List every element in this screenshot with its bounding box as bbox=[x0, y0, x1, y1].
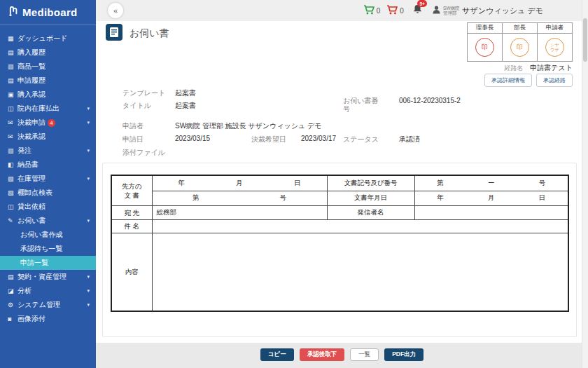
withdraw-after-approval-button[interactable]: 承認後取下 bbox=[300, 348, 345, 361]
doc-date-label: 文書年月日 bbox=[327, 191, 414, 205]
cart-green-icon bbox=[363, 5, 374, 16]
checklist-icon: ▨ bbox=[8, 189, 18, 196]
title-value: 起案書 bbox=[175, 101, 196, 111]
user-menu[interactable]: SW病院 管理部 サザンウィッシュ デモ bbox=[433, 4, 543, 17]
chevron-down-icon: ▾ bbox=[87, 288, 90, 294]
scrollbar-track[interactable] bbox=[582, 0, 588, 368]
brand[interactable]: Mediboard bbox=[0, 0, 96, 25]
sidebar-item-image-attach[interactable]: ◙画像添付 bbox=[0, 312, 96, 326]
month-label: 月 bbox=[488, 193, 495, 203]
apply-date-value: 2023/03/15 bbox=[175, 135, 210, 142]
sidebar-item-dashboard[interactable]: ▦ダッシュボード bbox=[0, 32, 96, 46]
approval-doc-icon: ▣ bbox=[8, 91, 18, 98]
chevron-down-icon: ▾ bbox=[87, 274, 90, 280]
stamp-col-chairman: 理事長 bbox=[468, 23, 503, 34]
chat-check-icon: ✉ bbox=[8, 133, 18, 140]
gear-icon: ⚙ bbox=[8, 301, 18, 308]
sidebar-item-lending-request[interactable]: ◫貸出依頼 bbox=[0, 200, 96, 214]
sidebar-item-product-list[interactable]: ▥商品一覧 bbox=[0, 60, 96, 74]
content-label: 内容 bbox=[111, 233, 152, 311]
cart-green-count: 0 bbox=[377, 7, 381, 15]
day-label: 日 bbox=[539, 193, 546, 203]
page-title-icon bbox=[106, 24, 122, 41]
chart-icon: ◪ bbox=[8, 287, 18, 294]
subject-label: 件 名 bbox=[111, 219, 152, 233]
scrollbar-thumb[interactable] bbox=[583, 18, 587, 62]
chevron-down-icon: ▾ bbox=[87, 106, 90, 111]
content: お伺い書 理事長 部長 申請者 印 印 シヤウザ 経路名 申請書テスト 承認詳細… bbox=[96, 21, 588, 343]
copy-button[interactable]: コピー bbox=[260, 348, 294, 361]
stamp-col-manager: 部長 bbox=[503, 23, 538, 34]
cart-icon: ▥ bbox=[8, 63, 18, 70]
route-name-value: 申請書テスト bbox=[530, 63, 573, 73]
month-label: 月 bbox=[236, 179, 243, 188]
apply-date-label: 申請日 bbox=[122, 135, 144, 144]
dai-label: 第 bbox=[192, 193, 200, 203]
applicant-label: 申請者 bbox=[122, 121, 144, 131]
sidebar-item-purchase-history[interactable]: ▤購入履歴 bbox=[0, 46, 96, 60]
sidebar-subitem-application-list[interactable]: 申請一覧 bbox=[0, 256, 96, 270]
approval-route-button[interactable]: 承認経路 bbox=[536, 74, 573, 87]
year-label: 年 bbox=[437, 193, 444, 203]
chevron-down-icon: ▾ bbox=[87, 120, 90, 125]
sidebar-item-hospital-stock-out[interactable]: ◫院内在庫払出▾ bbox=[0, 102, 96, 116]
sidebar-item-stocktaking-sheet[interactable]: ▨棚卸点検表 bbox=[0, 186, 96, 200]
chevron-down-icon: ▾ bbox=[87, 302, 90, 308]
approval-buttons: 承認詳細情報 承認経路 bbox=[484, 74, 573, 87]
sender-name-value bbox=[414, 205, 568, 219]
sidebar-item-purchase-approval[interactable]: ▣購入承認 bbox=[0, 88, 96, 102]
approval-detail-button[interactable]: 承認詳細情報 bbox=[484, 74, 532, 87]
sidebar-item-inquiry-doc[interactable]: ✎お伺い書▾ bbox=[0, 214, 96, 228]
party-doc-label: 先方の 文 書 bbox=[111, 175, 152, 205]
applicant-stamp: シヤウザ bbox=[545, 38, 564, 57]
chevron-down-icon: ▾ bbox=[87, 176, 90, 182]
template-label: テンプレート bbox=[122, 88, 165, 98]
sidebar: Mediboard ▦ダッシュボード ▤購入履歴 ▥商品一覧 ▤申請履歴 ▣購入… bbox=[0, 0, 96, 368]
sidebar-item-analytics[interactable]: ◪分析▾ bbox=[0, 284, 96, 298]
sidebar-collapse-button[interactable]: « bbox=[108, 3, 123, 18]
briefcase-icon: ◫ bbox=[8, 105, 18, 112]
dai-label: 第 bbox=[437, 179, 444, 188]
sidebar-subitem-inquiry-create[interactable]: お伺い書作成 bbox=[0, 228, 96, 242]
content-value bbox=[152, 233, 568, 311]
sidebar-item-decision-request[interactable]: ✉決裁申請4▾ bbox=[0, 116, 96, 130]
sidebar-item-delivery-note[interactable]: ◧納品書 bbox=[0, 158, 96, 172]
recipient-label: 宛 先 bbox=[111, 205, 152, 219]
sidebar-subitem-pending-approval-list[interactable]: 承認待ち一覧 bbox=[0, 242, 96, 256]
page-title: お伺い書 bbox=[130, 27, 169, 40]
topbar: « 0 0 5+ SW病院 管理部 サザンウィッシュ デモ bbox=[96, 0, 588, 21]
sidebar-item-decision-approval[interactable]: ✉決裁承認 bbox=[0, 130, 96, 144]
sidebar-item-contract-asset[interactable]: ▤契約・資産管理▾ bbox=[0, 270, 96, 284]
sidebar-nav: ▦ダッシュボード ▤購入履歴 ▥商品一覧 ▤申請履歴 ▣購入承認 ◫院内在庫払出… bbox=[0, 25, 96, 326]
cart-green-button[interactable]: 0 bbox=[363, 5, 381, 16]
brand-logo-icon bbox=[8, 5, 19, 20]
history-icon: ▤ bbox=[8, 49, 18, 56]
inquiry-number-label: お伺い書番号 bbox=[343, 97, 385, 114]
document-table: 先方の 文 書 年 月 日 文書記号及び番号 第 ー 号 第 号 bbox=[111, 175, 569, 312]
pdf-export-button[interactable]: PDF出力 bbox=[384, 348, 424, 361]
sidebar-item-application-history[interactable]: ▤申請履歴 bbox=[0, 74, 96, 88]
notifications-button[interactable]: 5+ bbox=[413, 4, 422, 17]
template-value: 起案書 bbox=[175, 88, 196, 98]
sidebar-item-system-management[interactable]: ⚙システム管理▾ bbox=[0, 298, 96, 312]
sidebar-item-inventory-management[interactable]: ▧在庫管理▾ bbox=[0, 172, 96, 186]
list-button[interactable]: 一覧 bbox=[350, 348, 379, 361]
dashboard-icon: ▦ bbox=[8, 35, 18, 42]
desired-date-value: 2023/03/17 bbox=[301, 135, 336, 142]
dash-label: ー bbox=[488, 179, 495, 188]
stamp-col-applicant: 申請者 bbox=[538, 23, 573, 34]
status-label: ステータス bbox=[343, 135, 379, 144]
pencil-doc-icon: ✎ bbox=[8, 217, 18, 224]
cart-red-count: 0 bbox=[400, 7, 404, 15]
user-icon bbox=[433, 4, 440, 17]
chevron-down-icon: ▾ bbox=[87, 218, 90, 224]
topbar-right: 0 0 5+ SW病院 管理部 サザンウィッシュ デモ bbox=[363, 4, 543, 17]
sidebar-item-order[interactable]: ▥発注▾ bbox=[0, 144, 96, 158]
cart-red-button[interactable]: 0 bbox=[386, 5, 404, 16]
chat-icon: ✉ bbox=[8, 119, 18, 126]
inquiry-number-value: 006-12-20230315-2 bbox=[399, 97, 461, 104]
chevron-down-icon: ▾ bbox=[87, 148, 90, 154]
sender-name-label: 発信者名 bbox=[327, 205, 414, 219]
contract-icon: ▤ bbox=[8, 273, 18, 280]
desired-date-label: 決裁希望日 bbox=[251, 135, 286, 144]
